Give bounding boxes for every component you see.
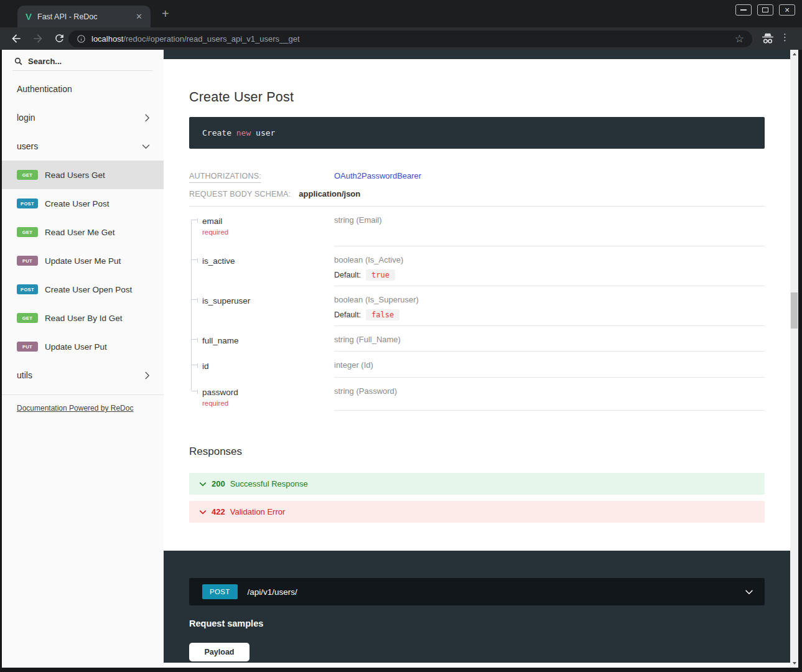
chevron-down-icon — [199, 482, 207, 487]
field-name: password — [202, 388, 238, 397]
sidebar-item-utils[interactable]: utils — [2, 361, 164, 390]
field-type: string (Password) — [334, 386, 765, 396]
method-badge-get: GET — [17, 170, 38, 180]
info-icon[interactable] — [77, 34, 86, 44]
vertical-scrollbar[interactable] — [790, 50, 798, 668]
forward-icon — [32, 32, 44, 45]
sidebar-item-label: utils — [17, 370, 32, 380]
field-type: string (Email) — [334, 215, 765, 225]
field-row-password: password required string (Password) — [189, 378, 765, 411]
code-keyword: new — [236, 128, 251, 138]
sidebar-item-label: Authentication — [17, 84, 72, 94]
field-name: full_name — [202, 336, 239, 345]
sidebar-item-create-user-post[interactable]: POST Create User Post — [2, 189, 164, 218]
chevron-down-icon — [199, 510, 207, 515]
default-value-chip: true — [366, 269, 395, 281]
sidebar-item-label: login — [17, 113, 35, 123]
tab-title: Fast API - ReDoc — [37, 12, 128, 21]
maximize-button[interactable] — [757, 4, 773, 16]
method-badge-post: POST — [17, 198, 38, 208]
operation-description-code: Create new user — [189, 117, 765, 149]
tab-close-icon[interactable]: ✕ — [134, 12, 144, 21]
window-controls: ✕ — [735, 4, 795, 16]
scroll-down-icon[interactable] — [790, 659, 798, 668]
new-tab-button[interactable]: + — [162, 7, 169, 21]
endpoint-dropdown[interactable]: POST /api/v1/users/ — [189, 578, 765, 605]
oauth2-password-bearer-link[interactable]: OAuth2PasswordBearer — [334, 171, 421, 180]
redoc-credit-link[interactable]: Documentation Powered by ReDoc — [17, 404, 133, 413]
chevron-down-icon — [745, 589, 753, 595]
response-422-panel[interactable]: 422 Validation Error — [189, 501, 765, 523]
request-body-media-type: application/json — [299, 189, 360, 198]
operation-label: Read User By Id Get — [45, 314, 123, 323]
operation-label: Update User Put — [45, 342, 107, 352]
sidebar-item-update-user-put[interactable]: PUT Update User Put — [2, 332, 164, 361]
post-method-badge: POST — [202, 584, 238, 599]
tree-connector — [191, 220, 198, 220]
bookmark-star-icon[interactable]: ☆ — [735, 34, 744, 44]
sidebar: Authentication login users GET Read User… — [2, 50, 164, 668]
back-icon[interactable] — [10, 32, 22, 45]
operation-label: Create User Post — [45, 199, 110, 208]
chevron-down-icon — [142, 144, 150, 149]
sidebar-item-read-user-by-id-get[interactable]: GET Read User By Id Get — [2, 304, 164, 332]
sidebar-item-authentication[interactable]: Authentication — [2, 75, 164, 103]
field-name: email — [202, 217, 222, 226]
scroll-up-icon[interactable] — [790, 50, 798, 58]
chevron-right-icon — [144, 114, 150, 122]
method-badge-get: GET — [17, 227, 38, 237]
previous-section-strip — [164, 50, 790, 59]
response-label: Validation Error — [230, 507, 286, 516]
page: Authentication login users GET Read User… — [2, 50, 798, 668]
default-label: Default: — [334, 310, 361, 319]
incognito-icon — [761, 32, 775, 45]
field-name: id — [202, 362, 209, 371]
scrollbar-thumb[interactable] — [791, 292, 798, 329]
method-badge-put: PUT — [17, 256, 38, 266]
url-bar[interactable]: localhost/redoc#operation/read_users_api… — [68, 30, 752, 47]
sidebar-item-users[interactable]: users — [2, 132, 164, 161]
field-row-is-active: is_active boolean (Is_Active) Default:tr… — [189, 246, 765, 286]
operation-label: Read User Me Get — [45, 228, 115, 237]
search-icon — [14, 57, 22, 65]
tree-connector — [191, 259, 198, 260]
operation-label: Create User Open Post — [45, 285, 132, 294]
response-label: Successful Response — [230, 479, 308, 488]
sidebar-item-create-user-open-post[interactable]: POST Create User Open Post — [2, 275, 164, 304]
main-content: Create User Post Create new user AUTHORI… — [164, 50, 790, 668]
response-200-panel[interactable]: 200 Successful Response — [189, 473, 765, 495]
browser-menu-icon[interactable]: ⋮ — [780, 32, 790, 43]
tab-payload[interactable]: Payload — [189, 643, 249, 661]
field-name: is_active — [202, 256, 235, 266]
sidebar-item-update-user-me-put[interactable]: PUT Update User Me Put — [2, 246, 164, 275]
request-body-schema-label: REQUEST BODY SCHEMA: — [189, 190, 291, 198]
chevron-right-icon — [144, 371, 150, 380]
samples-panel: POST /api/v1/users/ Request samples Payl… — [164, 551, 790, 663]
browser-tab[interactable]: V Fast API - ReDoc ✕ — [17, 6, 151, 27]
sidebar-item-read-user-me-get[interactable]: GET Read User Me Get — [2, 218, 164, 246]
field-type: boolean (Is_Active) — [334, 255, 765, 264]
sidebar-item-login[interactable]: login — [2, 103, 164, 132]
field-type: string (Full_Name) — [334, 335, 765, 344]
operation-label: Read Users Get — [45, 170, 105, 180]
required-label: required — [202, 228, 334, 236]
url-path: /redoc#operation/read_users_api_v1_users… — [123, 34, 299, 44]
close-icon: ✕ — [784, 7, 790, 14]
field-row-is-superuser: is_superuser boolean (Is_Superuser) Defa… — [189, 286, 765, 326]
sidebar-item-read-users-get[interactable]: GET Read Users Get — [2, 161, 164, 189]
default-value-chip: false — [366, 309, 399, 320]
search-input[interactable] — [28, 57, 151, 66]
close-button[interactable]: ✕ — [779, 4, 795, 16]
response-code: 200 — [212, 479, 225, 488]
authorizations-label: AUTHORIZATIONS: — [189, 172, 261, 183]
page-title: Create User Post — [189, 90, 765, 105]
minimize-icon — [740, 9, 747, 11]
minimize-button[interactable] — [735, 4, 752, 16]
search-box[interactable] — [12, 50, 153, 71]
tree-connector — [191, 339, 198, 340]
method-badge-put: PUT — [17, 342, 38, 352]
endpoint-path: /api/v1/users/ — [248, 587, 297, 597]
request-samples-title: Request samples — [189, 618, 765, 628]
tree-connector — [191, 391, 198, 391]
reload-icon[interactable] — [54, 32, 65, 44]
